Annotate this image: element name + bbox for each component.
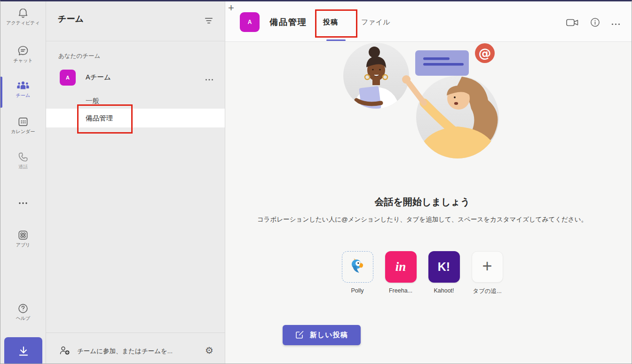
panel-divider [46,41,225,41]
tab-posts[interactable]: 投稿 [323,18,338,27]
rail-item-label: チーム [16,93,30,98]
bell-icon [17,7,29,19]
selected-tab-underline [326,40,346,41]
app-tile-polly[interactable]: Polly [342,251,373,295]
rail-item-calendar[interactable]: カレンダー [0,116,46,134]
teams-people-icon [16,79,30,92]
rail-item-label: カレンダー [11,129,35,134]
suggested-apps-row: Polly in Freeha... K! Kahoot! + [219,251,625,295]
rail-item-teams[interactable]: チーム [0,79,46,98]
channel-header: A 備品管理 投稿 ファイル + [225,1,632,42]
polly-parrot-icon [349,258,366,277]
compose-icon [295,330,304,340]
apps-grid-icon [17,229,29,241]
channel-item-general[interactable]: 一般 [46,93,225,109]
app-tile-label: Freeha... [389,287,412,294]
channel-name: 備品管理 [86,114,113,123]
manage-teams-gear-button[interactable]: ⚙ [202,344,216,356]
ellipsis-icon [18,202,28,205]
posts-empty-state: @ 会話を開始しましょう コラボレーションしたい人に@メンションしたり、タブを追… [225,42,632,364]
channel-title: 備品管理 [269,16,307,28]
empty-state-heading: 会話を開始しましょう [225,196,619,208]
teams-list-panel: チーム あなたのチーム A Aチーム 一般 備品管理 チームに参加、またはチーム… [46,1,225,364]
download-icon [17,345,30,359]
rail-item-calls[interactable]: 通話 [0,151,46,169]
filter-icon [204,18,213,25]
mention-badge-at: @ [479,46,491,60]
team-more-button[interactable] [205,75,213,82]
active-rail-indicator [0,77,2,108]
help-icon [17,302,29,315]
chat-icon [17,45,29,57]
panel-footer-divider [46,332,225,333]
add-tab-button[interactable]: + [225,1,237,15]
plus-icon: + [482,258,492,275]
rail-item-label: 通話 [18,165,28,169]
video-camera-icon [566,18,579,28]
rail-item-label: ヘルプ [16,316,31,321]
join-or-create-team-label: チームに参加、またはチームを... [77,347,173,356]
channel-name: 一般 [86,96,99,105]
rail-item-apps[interactable]: アプリ [0,229,46,247]
freehand-in-logo: in [395,260,406,274]
channel-info-button[interactable] [590,17,600,29]
channel-item-bihin-kanri[interactable]: 備品管理 [46,109,225,127]
tab-files[interactable]: ファイル [361,18,390,27]
new-post-button[interactable]: 新しい投稿 [283,325,361,345]
channel-more-button[interactable] [611,20,620,27]
rail-item-label: アプリ [16,243,31,247]
app-rail: アクティビティ チャット チーム カレンダー 通話 アプリ ヘ [0,1,46,364]
meet-now-button[interactable] [566,18,579,28]
ellipsis-icon [611,20,620,27]
gear-icon: ⚙ [205,345,213,356]
empty-state-subtitle: コラボレーションしたい人に@メンションしたり、タブを追加して、スペースをカスタマ… [225,215,619,224]
filter-button[interactable] [203,16,214,26]
rail-item-help[interactable]: ヘルプ [0,302,46,321]
app-tile-label: Polly [351,287,363,294]
team-avatar: A [60,70,76,86]
welcome-illustration: @ [343,43,501,161]
info-icon [590,17,600,29]
app-tile-kahoot[interactable]: K! Kahoot! [428,251,460,295]
new-post-button-label: 新しい投稿 [310,331,348,340]
channel-main-area: A 備品管理 投稿 ファイル + [225,1,632,364]
calendar-icon [17,116,29,128]
ellipsis-icon [205,75,213,82]
app-tile-label: タブの追... [473,287,501,295]
join-or-create-team[interactable]: チームに参加、またはチームを... ⚙ [46,342,225,361]
team-row-a-team[interactable]: A Aチーム [46,68,225,88]
person-add-icon [59,346,71,357]
rail-item-activity[interactable]: アクティビティ [0,7,46,25]
download-app-button[interactable] [4,337,42,364]
rail-item-more[interactable] [0,202,46,205]
rail-item-label: チャット [14,58,33,63]
kahoot-logo: K! [438,260,450,274]
rail-item-chat[interactable]: チャット [0,45,46,63]
teams-app-window: アクティビティ チャット チーム カレンダー 通話 アプリ ヘ [0,0,632,364]
your-teams-section-label: あなたのチーム [58,52,100,60]
panel-title: チーム [58,13,84,24]
channel-header-avatar: A [240,12,260,32]
team-name: Aチーム [86,73,111,82]
rail-item-label: アクティビティ [6,21,40,25]
add-tab-tile[interactable]: + タブの追... [472,251,503,295]
phone-icon [17,151,29,163]
app-tile-label: Kahoot! [434,287,454,294]
app-tile-freehand[interactable]: in Freeha... [385,251,417,295]
